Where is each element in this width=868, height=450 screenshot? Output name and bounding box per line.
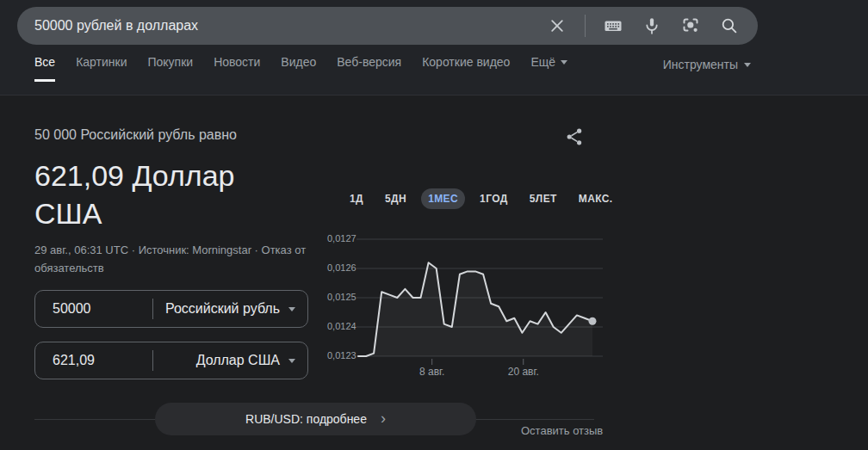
tabs-list: ВсеКартинкиПокупкиНовостиВидеоВеб-версия… — [34, 55, 567, 82]
from-amount-input[interactable] — [51, 300, 151, 317]
tab-label: Веб-версия — [337, 55, 401, 69]
rate-source: Источник: Morningstar — [139, 243, 251, 256]
to-amount-input[interactable] — [51, 352, 151, 369]
mic-icon — [642, 15, 662, 36]
clear-search-button[interactable] — [546, 15, 568, 37]
from-currency-select[interactable]: Российский рубль — [153, 301, 307, 317]
y-axis-tick-label: 0,0123 — [327, 350, 351, 361]
y-axis-tick-label: 0,0127 — [327, 233, 351, 243]
range-button-5d[interactable]: 5ДН — [378, 188, 413, 209]
tab-label: Картинки — [76, 55, 127, 69]
y-axis-tick-label: 0,0126 — [327, 262, 351, 273]
range-button-1y[interactable]: 1ГОД — [473, 188, 515, 209]
search-icon — [719, 15, 740, 36]
details-button[interactable]: RUB/USD: подробнее › — [155, 403, 476, 435]
tab-web[interactable]: Веб-версия — [337, 55, 401, 82]
keyboard-button[interactable] — [602, 15, 624, 37]
caret-down-icon — [288, 359, 295, 363]
search-header: ВсеКартинкиПокупкиНовостиВидеоВеб-версия… — [0, 0, 868, 96]
lens-icon — [680, 15, 701, 36]
caret-down-icon — [561, 60, 567, 65]
equals-line: 50 000 Российский рубль равно — [34, 127, 237, 143]
from-currency-row: Российский рубль — [34, 290, 308, 328]
y-axis-tick-label: 0,0124 — [327, 321, 351, 331]
to-currency-select[interactable]: Доллар США — [153, 353, 307, 368]
rate-timestamp: 29 авг., 06:31 UTC — [34, 243, 128, 256]
rate-meta: 29 авг., 06:31 UTC · Источник: Morningst… — [34, 241, 312, 277]
tools-label: Инструменты — [663, 58, 738, 71]
exchange-rate-chart[interactable]: 0,01270,01260,01250,01240,01238 авг.20 а… — [327, 228, 604, 383]
searchbar-divider — [585, 15, 586, 37]
to-currency-label: Доллар США — [196, 353, 280, 368]
tab-label: Покупки — [147, 55, 193, 69]
voice-search-button[interactable] — [641, 15, 663, 37]
tab-label: Ещё — [530, 55, 555, 69]
tab-images[interactable]: Картинки — [76, 55, 127, 82]
tab-videos[interactable]: Видео — [281, 55, 316, 82]
search-submit-button[interactable] — [718, 15, 741, 37]
tab-shopping[interactable]: Покупки — [147, 55, 193, 82]
range-button-1m[interactable]: 1МЕС — [421, 188, 465, 209]
results-tabbar: ВсеКартинкиПокупкиНовостиВидеоВеб-версия… — [0, 55, 868, 82]
tab-label: Все — [34, 55, 55, 69]
tab-short-videos[interactable]: Короткие видео — [422, 55, 510, 82]
range-button-5y[interactable]: 5ЛЕТ — [523, 188, 564, 209]
conversion-result: 621,09 Доллар США — [34, 157, 303, 232]
chart-range-buttons: 1Д5ДН1МЕС1ГОД5ЛЕТМАКС. — [343, 188, 620, 209]
tab-all[interactable]: Все — [34, 55, 55, 82]
x-axis-tick-label: 8 авг. — [398, 366, 467, 378]
y-axis-tick-label: 0,0125 — [327, 292, 351, 302]
keyboard-icon — [603, 15, 623, 36]
tab-news[interactable]: Новости — [214, 55, 260, 82]
to-currency-row: Доллар США — [34, 342, 308, 379]
lens-search-button[interactable] — [679, 15, 702, 37]
search-input[interactable] — [33, 17, 546, 34]
search-bar[interactable] — [17, 7, 758, 45]
caret-down-icon — [744, 63, 751, 67]
tab-more[interactable]: Ещё — [530, 55, 567, 82]
chart-canvas[interactable] — [327, 228, 604, 383]
tools-button[interactable]: Инструменты — [663, 58, 751, 82]
range-button-max[interactable]: МАКС. — [572, 188, 620, 209]
x-axis-tick-label: 20 авг. — [489, 366, 558, 378]
caret-down-icon — [288, 307, 295, 311]
range-button-1d[interactable]: 1Д — [343, 188, 370, 209]
close-icon — [547, 15, 567, 36]
feedback-link[interactable]: Оставить отзыв — [521, 424, 603, 437]
share-button[interactable] — [560, 122, 589, 151]
tab-label: Видео — [281, 55, 316, 69]
from-currency-label: Российский рубль — [165, 301, 280, 317]
details-button-label: RUB/USD: подробнее — [245, 412, 367, 426]
share-icon — [564, 126, 585, 147]
chevron-right-icon: › — [381, 410, 386, 426]
tab-label: Короткие видео — [422, 55, 510, 69]
tab-label: Новости — [214, 55, 260, 69]
